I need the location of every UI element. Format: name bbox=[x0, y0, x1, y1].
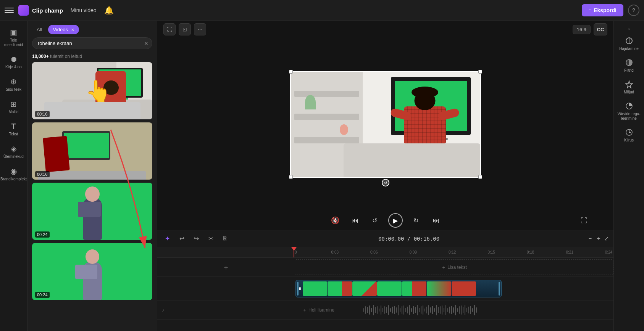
svg-rect-34 bbox=[428, 305, 429, 315]
sidebar-item-brand[interactable]: ◉ Brandikomplekt bbox=[2, 164, 26, 185]
svg-rect-16 bbox=[394, 306, 395, 314]
ruler-009: 0:09 bbox=[410, 250, 417, 254]
playhead-arrow bbox=[291, 247, 297, 251]
svg-rect-35 bbox=[430, 307, 431, 313]
preview-area: ⛶ ⊡ ⋯ 16:9 CC bbox=[157, 21, 613, 230]
audio-track-row: ♪ ＋ Heli lisamine bbox=[157, 300, 613, 320]
right-tool-filters[interactable]: Filtrid bbox=[616, 55, 642, 76]
svg-rect-31 bbox=[423, 305, 423, 315]
audio-plus-icon: ＋ bbox=[302, 307, 307, 313]
handle-top-right[interactable] bbox=[478, 70, 482, 74]
right-tool-color[interactable]: Värvide regu­leerimine bbox=[616, 98, 642, 124]
cut-button[interactable]: ✂ bbox=[205, 233, 216, 244]
fullscreen-icon: ⛶ bbox=[581, 217, 588, 225]
media-item[interactable]: 00:24 bbox=[32, 183, 152, 240]
media-search: ✕ bbox=[32, 37, 152, 49]
svg-rect-42 bbox=[444, 308, 444, 312]
handle-top-left[interactable] bbox=[289, 70, 293, 74]
play-button[interactable]: ▶ bbox=[388, 213, 403, 228]
forward-button[interactable]: ↻ bbox=[410, 214, 423, 227]
zoom-out-button[interactable]: － bbox=[587, 235, 593, 243]
svg-rect-52 bbox=[463, 307, 463, 313]
audio-track-label-area: ♪ bbox=[157, 307, 295, 313]
text-track-content[interactable]: ＋ Lisa tekst bbox=[295, 258, 613, 276]
add-audio-label[interactable]: ＋ Heli lisamine bbox=[302, 307, 334, 313]
right-tool-speed[interactable]: Kiirus bbox=[616, 125, 642, 146]
handle-bottom-left[interactable] bbox=[289, 175, 293, 179]
cc-button[interactable]: CC bbox=[594, 23, 607, 35]
logo-icon bbox=[18, 5, 29, 16]
copy-button[interactable]: ⎘ bbox=[220, 233, 231, 244]
sidebar-item-content[interactable]: ⊕ Sisu teek bbox=[2, 74, 26, 95]
svg-rect-13 bbox=[388, 305, 389, 315]
svg-rect-14 bbox=[390, 308, 391, 312]
help-icon: ? bbox=[632, 7, 635, 13]
zoom-in-button[interactable]: ＋ bbox=[596, 235, 602, 243]
tab-videos-close[interactable]: ✕ bbox=[71, 27, 74, 32]
sidebar-item-transitions[interactable]: ◈ Üleminekud bbox=[2, 141, 26, 162]
sidebar-item-templates[interactable]: ⊞ Mallid bbox=[2, 96, 26, 117]
clip-pause-icon: ⏸ bbox=[298, 286, 302, 291]
ruler-018: 0:18 bbox=[527, 250, 534, 254]
skip-next-button[interactable]: ⏭ bbox=[429, 214, 442, 227]
templates-label: Mallid bbox=[8, 110, 18, 114]
fullscreen-button[interactable]: ⛶ bbox=[578, 214, 591, 227]
redo-button[interactable]: ↪ bbox=[191, 233, 202, 244]
rewind-button[interactable]: ↺ bbox=[368, 214, 381, 227]
right-tool-blur[interactable]: Hajutamine bbox=[616, 33, 642, 54]
svg-rect-24 bbox=[409, 305, 410, 315]
media-item[interactable]: 00:16 bbox=[32, 122, 152, 180]
skip-back-button[interactable]: ⏮ bbox=[349, 214, 362, 227]
tab-videos[interactable]: Videos ✕ bbox=[48, 25, 79, 34]
handle-bottom-right[interactable] bbox=[478, 175, 482, 179]
menu-icon[interactable] bbox=[5, 6, 14, 15]
media-item[interactable]: 00:16 👆 bbox=[32, 62, 152, 119]
mute-button[interactable]: 🔇 bbox=[329, 214, 342, 227]
expand-button[interactable]: ⤢ bbox=[604, 235, 609, 242]
ruler-003: 0:03 bbox=[331, 250, 339, 254]
right-tool-effects[interactable]: Mõjud bbox=[616, 77, 642, 98]
sidebar-item-media[interactable]: ▣ Teie meediumid bbox=[2, 25, 26, 50]
clip-right-handle[interactable] bbox=[499, 282, 500, 296]
project-tab[interactable]: Minu video bbox=[68, 6, 100, 15]
rotate-handle[interactable]: ↺ bbox=[382, 179, 389, 186]
export-button[interactable]: ↑ Ekspordi bbox=[582, 4, 623, 16]
help-button[interactable]: ? bbox=[628, 5, 639, 16]
add-text-track-button[interactable]: ＋ bbox=[223, 263, 229, 272]
aspect-ratio-button[interactable]: 16:9 bbox=[573, 25, 591, 34]
timeline-tracks: ＋ ＋ Lisa tekst bbox=[157, 258, 613, 331]
svg-rect-25 bbox=[411, 308, 412, 312]
svg-rect-49 bbox=[457, 308, 458, 312]
ruler-021: 0:21 bbox=[566, 250, 573, 254]
tab-all[interactable]: All bbox=[32, 25, 47, 34]
redo-icon: ↪ bbox=[194, 235, 199, 242]
search-clear-icon[interactable]: ✕ bbox=[144, 40, 148, 47]
timeline-area: ✦ ↩ ↪ ✂ ⎘ 00:00.00 / 00:16.00 － bbox=[157, 230, 613, 331]
media-item[interactable]: 00:24 bbox=[32, 243, 152, 300]
zoom-out-icon: － bbox=[587, 235, 593, 241]
svg-rect-30 bbox=[421, 306, 421, 314]
text-track-label-area: ＋ bbox=[157, 263, 295, 272]
magic-tool-button[interactable]: ✦ bbox=[162, 233, 173, 244]
sidebar-item-text[interactable]: T Tekst bbox=[2, 119, 26, 140]
bell-icon[interactable]: 🔔 bbox=[104, 6, 114, 15]
svg-rect-20 bbox=[402, 306, 402, 314]
layout-tool-button[interactable]: ⊡ bbox=[179, 23, 191, 35]
video-clip[interactable]: ⏸ bbox=[295, 280, 502, 297]
crop-tool-button[interactable]: ⛶ bbox=[163, 23, 176, 35]
plus-icon: ＋ bbox=[441, 264, 446, 270]
search-input[interactable] bbox=[32, 37, 152, 49]
ruler-marks: 0 0:03 0:06 0:09 0:12 0:15 0:18 0:21 0:2… bbox=[295, 247, 613, 257]
undo-button[interactable]: ↩ bbox=[176, 233, 187, 244]
svg-rect-10 bbox=[383, 308, 383, 312]
expand-sidebar-button[interactable]: ⌄ bbox=[627, 25, 631, 31]
clip-thumb-strip bbox=[296, 280, 477, 297]
color-icon bbox=[625, 101, 634, 111]
sidebar-item-record[interactable]: ⏺ Kirje &loo bbox=[2, 52, 26, 72]
svg-rect-47 bbox=[453, 307, 454, 313]
more-options-button[interactable]: ⋯ bbox=[194, 23, 206, 35]
sidebar-expand: ⌄ bbox=[627, 25, 631, 31]
brand-icon: ◉ bbox=[10, 167, 17, 176]
svg-rect-51 bbox=[461, 305, 462, 315]
audio-wave-viz bbox=[363, 300, 613, 319]
